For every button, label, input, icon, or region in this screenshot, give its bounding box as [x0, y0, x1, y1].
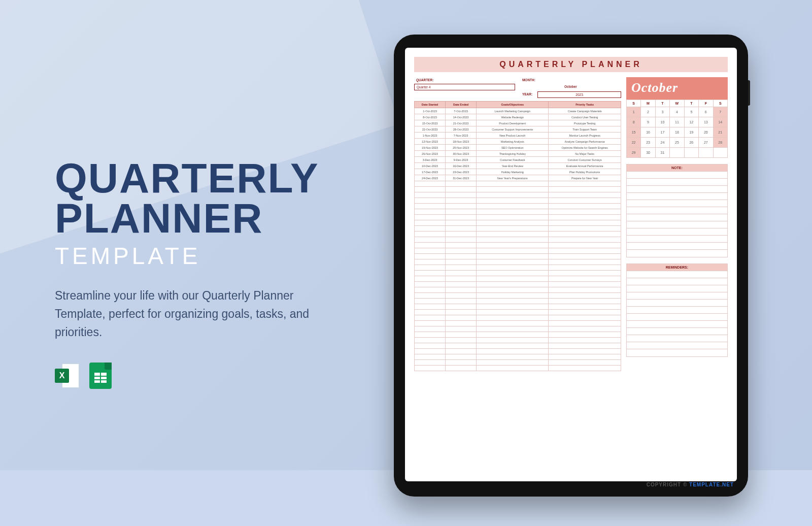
table-cell-empty: [549, 310, 621, 315]
table-cell: Thanksgiving Holiday: [477, 151, 549, 157]
table-cell: Conduct Customer Surveys: [549, 157, 621, 163]
table-cell-empty: [477, 237, 549, 243]
table-cell-empty: [446, 181, 477, 187]
table-cell-empty: [415, 198, 446, 204]
table-cell-empty: [446, 304, 477, 310]
tasks-col-header: Date Ended: [446, 102, 477, 108]
table-row-empty: [415, 310, 621, 315]
table-cell-empty: [477, 265, 549, 271]
table-cell-empty: [549, 271, 621, 276]
table-cell-empty: [415, 187, 446, 192]
table-cell: 21-Oct-2023: [446, 120, 477, 126]
table-cell-empty: [477, 204, 549, 209]
calendar-day: 19: [684, 127, 698, 138]
document-title: QUARTERLY PLANNER: [414, 57, 728, 72]
table-cell-empty: [549, 360, 621, 366]
calendar-day-header: T: [684, 100, 698, 107]
table-cell-empty: [549, 232, 621, 237]
calendar-day: 30: [641, 148, 655, 158]
table-cell: Create Campaign Materials: [549, 108, 621, 114]
lined-row: [627, 221, 727, 228]
table-cell-empty: [477, 310, 549, 315]
calendar-day: 21: [713, 127, 728, 138]
calendar-day: 20: [699, 127, 713, 138]
table-cell: 7-Nov-2023: [446, 133, 477, 139]
table-cell-empty: [415, 293, 446, 299]
table-cell: 19-Nov-2023: [415, 145, 446, 151]
calendar-week: 891011121314: [626, 117, 727, 127]
subhead: TEMPLATE: [55, 242, 339, 270]
calendar-day: 4: [670, 107, 684, 117]
table-cell-empty: [549, 198, 621, 204]
table-row-empty: [415, 315, 621, 321]
table-cell-empty: [549, 204, 621, 209]
table-cell-empty: [477, 326, 549, 332]
table-cell-empty: [549, 181, 621, 187]
table-cell-empty: [477, 232, 549, 237]
lined-row: [627, 342, 727, 349]
tablet-device: QUARTERLY PLANNER QUARTER: MONTH: Quarte…: [394, 35, 748, 497]
calendar-day: 11: [670, 117, 684, 127]
calendar-day: 23: [641, 138, 655, 148]
table-cell-empty: [549, 321, 621, 326]
table-cell: Launch Marketing Campaign: [477, 108, 549, 114]
table-cell-empty: [477, 226, 549, 232]
table-cell-empty: [446, 310, 477, 315]
table-cell-empty: [415, 315, 446, 321]
calendar-day: 5: [684, 107, 698, 117]
table-cell-empty: [446, 343, 477, 349]
headline: QUARTERLY PLANNER: [55, 158, 339, 238]
lined-row: [627, 228, 727, 236]
table-cell-empty: [477, 181, 549, 187]
table-cell: 12-Nov-2023: [415, 139, 446, 145]
table-cell: Train Support Team: [549, 126, 621, 133]
hero-copy: Streamline your life with our Quarterly …: [55, 287, 319, 341]
table-cell-empty: [415, 366, 446, 371]
table-cell-empty: [415, 226, 446, 232]
table-cell-empty: [446, 198, 477, 204]
table-cell: 17-Dec-2023: [415, 169, 446, 175]
calendar-day: 31: [655, 148, 669, 158]
table-cell-empty: [549, 265, 621, 271]
lined-row: [627, 335, 727, 342]
calendar-day: [713, 148, 728, 158]
lined-row: [627, 236, 727, 243]
calendar-day: [670, 148, 684, 158]
table-cell-empty: [415, 220, 446, 226]
table-cell-empty: [477, 282, 549, 287]
table-cell: 14-Oct-2023: [446, 114, 477, 120]
month-value: October: [520, 84, 621, 90]
calendar-day-header: M: [641, 100, 655, 107]
table-row-empty: [415, 226, 621, 232]
table-cell-empty: [549, 259, 621, 265]
table-cell: Website Redesign: [477, 114, 549, 120]
table-cell-empty: [549, 243, 621, 248]
table-cell-empty: [477, 366, 549, 371]
table-cell-empty: [446, 226, 477, 232]
table-cell: Marketing Analysis: [477, 139, 549, 145]
lined-row: [627, 314, 727, 321]
table-row-empty: [415, 232, 621, 237]
google-sheets-icon: [88, 364, 113, 388]
calendar-day: 24: [655, 138, 669, 148]
table-row-empty: [415, 332, 621, 338]
calendar-week: 22232425262728: [626, 138, 727, 148]
lined-row: [627, 292, 727, 300]
table-cell-empty: [477, 354, 549, 360]
table-cell-empty: [446, 254, 477, 259]
table-cell-empty: [446, 332, 477, 338]
table-cell-empty: [415, 299, 446, 304]
table-row-empty: [415, 276, 621, 282]
table-row-empty: [415, 299, 621, 304]
table-cell-empty: [549, 226, 621, 232]
table-cell-empty: [549, 209, 621, 215]
table-cell-empty: [477, 209, 549, 215]
table-row: 8-Oct-202314-Oct-2023Website RedesignCon…: [415, 114, 621, 120]
table-cell-empty: [477, 254, 549, 259]
table-row-empty: [415, 192, 621, 198]
table-cell-empty: [549, 326, 621, 332]
table-cell-empty: [549, 304, 621, 310]
table-row-empty: [415, 243, 621, 248]
calendar-day: 7: [713, 107, 728, 117]
calendar-day: 10: [655, 117, 669, 127]
